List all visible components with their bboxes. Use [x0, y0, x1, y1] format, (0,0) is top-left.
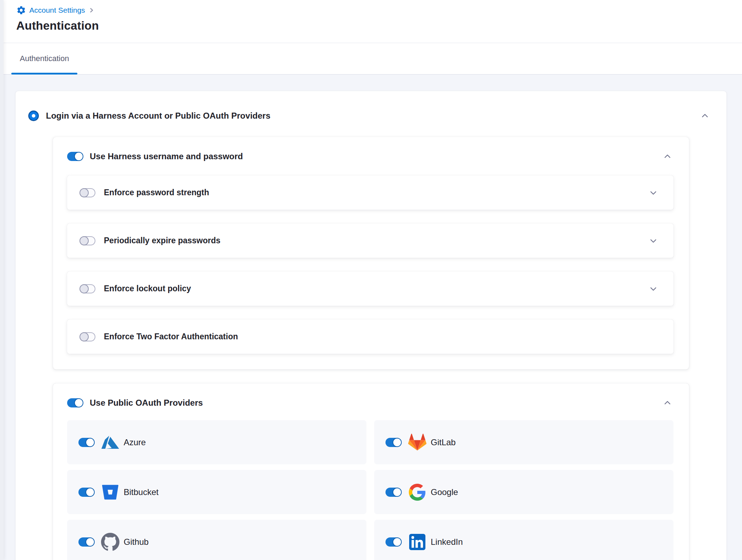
auth-method-card: Login via a Harness Account or Public OA…: [16, 91, 726, 560]
google-icon: [408, 483, 426, 501]
breadcrumb-label: Account Settings: [29, 6, 85, 14]
chevron-down-icon: [649, 236, 658, 245]
provider-label: Bitbucket: [124, 487, 159, 497]
oauth-providers-toggle[interactable]: [67, 398, 83, 407]
settings-gear-icon: [16, 5, 26, 15]
expand-lockout-policy-button[interactable]: [647, 283, 659, 295]
toggle-knob: [80, 332, 89, 341]
username-password-section: Use Harness username and password Enforc…: [53, 137, 689, 369]
provider-row-linkedin: LinkedIn: [374, 520, 673, 560]
provider-label: LinkedIn: [431, 537, 463, 547]
breadcrumb-account-settings-link[interactable]: Account Settings: [16, 5, 85, 15]
chevron-up-icon: [663, 398, 672, 407]
username-password-header: Use Harness username and password: [67, 148, 673, 165]
tab-label: Authentication: [20, 54, 69, 63]
provider-label: GitLab: [431, 437, 456, 447]
linkedin-icon: [408, 533, 426, 551]
toggle-knob: [80, 284, 89, 293]
left-rail: [0, 0, 4, 560]
provider-grid: Azure: [67, 420, 673, 560]
policy-label: Enforce lockout policy: [104, 284, 191, 293]
chevron-down-icon: [649, 284, 658, 293]
chevron-up-icon: [663, 152, 672, 161]
expire-passwords-toggle[interactable]: [80, 236, 95, 245]
policy-label: Enforce Two Factor Authentication: [104, 332, 238, 341]
oauth-providers-section: Use Public OAuth Providers: [53, 383, 689, 560]
login-option-label: Login via a Harness Account or Public OA…: [46, 111, 270, 121]
oauth-providers-header: Use Public OAuth Providers: [67, 394, 673, 412]
oauth-providers-label: Use Public OAuth Providers: [90, 398, 203, 408]
collapse-card-button[interactable]: [699, 110, 711, 122]
breadcrumb: Account Settings: [16, 4, 742, 16]
provider-row-azure: Azure: [67, 420, 366, 464]
collapse-username-password-button[interactable]: [661, 150, 673, 162]
collapse-oauth-providers-button[interactable]: [661, 397, 673, 409]
gitlab-icon: [408, 433, 426, 452]
linkedin-toggle[interactable]: [385, 537, 401, 547]
toggle-knob: [86, 537, 95, 547]
provider-row-bitbucket: Bitbucket: [67, 470, 366, 514]
two-factor-toggle[interactable]: [80, 332, 95, 341]
policy-row-expire-passwords: Periodically expire passwords: [67, 224, 673, 258]
azure-icon: [101, 433, 119, 452]
policy-label: Periodically expire passwords: [104, 236, 220, 245]
toggle-knob: [86, 488, 95, 497]
github-icon: [101, 533, 119, 551]
bitbucket-toggle[interactable]: [78, 488, 94, 497]
sections-wrapper: Use Harness username and password Enforc…: [16, 137, 726, 560]
policy-row-two-factor: Enforce Two Factor Authentication: [67, 320, 673, 354]
content-area: Login via a Harness Account or Public OA…: [0, 75, 742, 560]
provider-label: Github: [124, 537, 149, 547]
bitbucket-icon: [101, 483, 119, 501]
tab-bar: Authentication: [0, 43, 742, 75]
chevron-right-icon: [89, 7, 94, 13]
toggle-knob: [393, 537, 402, 547]
toggle-knob: [80, 236, 89, 245]
policy-label: Enforce password strength: [104, 188, 209, 197]
page-title: Authentication: [16, 19, 742, 32]
gitlab-toggle[interactable]: [385, 438, 401, 447]
provider-label: Google: [431, 487, 458, 497]
policy-row-password-strength: Enforce password strength: [67, 175, 673, 210]
tab-authentication[interactable]: Authentication: [11, 43, 77, 74]
provider-row-google: Google: [374, 470, 673, 514]
provider-row-gitlab: GitLab: [374, 420, 673, 464]
toggle-knob: [393, 488, 402, 497]
login-method-radio[interactable]: [28, 111, 39, 121]
password-strength-toggle[interactable]: [80, 188, 95, 197]
provider-row-github: Github: [67, 520, 366, 560]
google-toggle[interactable]: [385, 488, 401, 497]
lockout-policy-toggle[interactable]: [80, 284, 95, 293]
policy-row-lockout-policy: Enforce lockout policy: [67, 272, 673, 306]
github-toggle[interactable]: [78, 537, 94, 547]
username-password-toggle[interactable]: [67, 152, 83, 161]
chevron-down-icon: [649, 188, 658, 197]
expand-expire-passwords-button[interactable]: [647, 235, 659, 247]
toggle-knob: [74, 398, 83, 407]
toggle-knob: [86, 438, 95, 447]
toggle-knob: [80, 188, 89, 197]
provider-label: Azure: [124, 437, 146, 447]
policy-list: Enforce password strength Periodically e…: [67, 175, 673, 354]
expand-password-strength-button[interactable]: [647, 187, 659, 199]
toggle-knob: [393, 438, 402, 447]
chevron-up-icon: [700, 111, 709, 120]
azure-toggle[interactable]: [78, 438, 94, 447]
toggle-knob: [74, 152, 83, 161]
login-option-header: Login via a Harness Account or Public OA…: [16, 91, 726, 124]
page-header: Account Settings Authentication: [0, 0, 742, 43]
username-password-label: Use Harness username and password: [90, 151, 243, 161]
